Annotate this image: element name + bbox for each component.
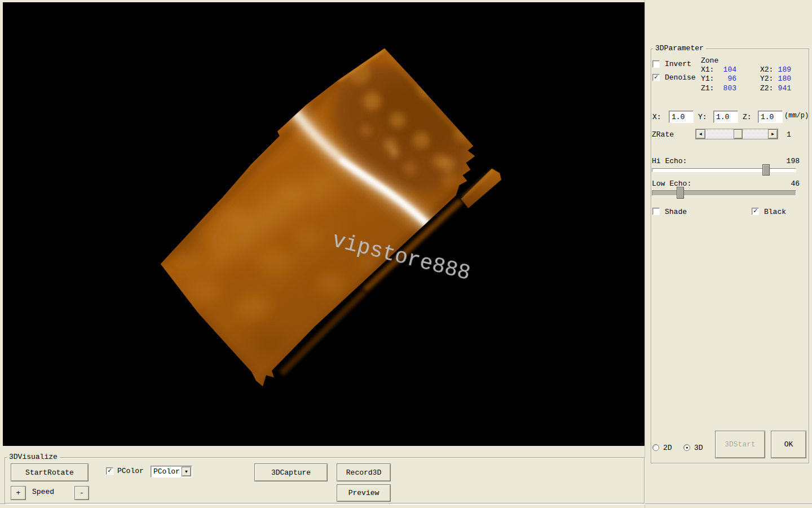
pcolor-check-glyph: ✓: [108, 468, 112, 474]
scroll-right-icon: ►: [771, 132, 774, 137]
speed-label: Speed: [32, 488, 54, 496]
mode-3d-radio[interactable]: ●: [683, 444, 690, 451]
mode-3d-radio-dot: ●: [686, 446, 688, 450]
denoise-check-glyph: ✓: [654, 75, 658, 80]
x-scale-value: 1.0: [672, 113, 685, 121]
record3d-button[interactable]: Record3D: [337, 463, 391, 481]
hi-echo-value: 198: [773, 157, 800, 165]
zone-title: Zone: [701, 56, 718, 65]
hi-echo-slider-track[interactable]: [652, 168, 796, 172]
zrate-scroll-right-button[interactable]: ►: [768, 129, 778, 139]
zrate-scrollbar[interactable]: ◄ ►: [695, 129, 778, 139]
start-rotate-button[interactable]: StartRotate: [11, 463, 89, 481]
visualize-group-title: 3DVisualize: [7, 453, 60, 461]
shade-label: Shade: [665, 208, 687, 216]
pcolor-checkbox[interactable]: ✓: [106, 467, 113, 475]
zone-y2-value: 180: [769, 75, 791, 83]
x-scale-label: X:: [652, 113, 661, 121]
zone-x1-value: 104: [714, 65, 736, 74]
capture3d-button[interactable]: 3DCapture: [254, 463, 328, 481]
speed-plus-button[interactable]: +: [11, 486, 26, 500]
zone-y1-label: Y1:: [701, 75, 714, 83]
zrate-label: ZRate: [652, 130, 674, 139]
low-echo-label: Low Echo:: [652, 179, 691, 188]
black-label: Black: [764, 208, 786, 216]
hi-echo-slider-thumb[interactable]: [762, 164, 770, 176]
low-echo-slider-thumb[interactable]: [677, 187, 684, 199]
zone-y1-value: 96: [714, 75, 736, 83]
zone-z1-value: 803: [714, 84, 736, 93]
scale-unit-label: (mm/p): [784, 112, 809, 120]
hi-echo-label: Hi Echo:: [652, 157, 687, 165]
zone-x2-value: 189: [769, 65, 791, 74]
ok-button[interactable]: OK: [771, 431, 806, 458]
y-scale-label: Y:: [698, 113, 707, 121]
low-echo-slider-track[interactable]: [652, 190, 796, 196]
pcolor-label: PColor: [117, 467, 144, 475]
denoise-label: Denoise: [665, 73, 696, 82]
zone-z1-label: Z1:: [701, 84, 714, 93]
black-checkbox[interactable]: ✓: [752, 208, 759, 215]
z-scale-value: 1.0: [761, 113, 774, 121]
app-window: { "theme": { "panel_bg": "#ece9d8", "vie…: [0, 0, 812, 508]
mode-2d-radio[interactable]: [652, 444, 659, 451]
render-viewport[interactable]: vipstore888: [3, 2, 645, 446]
panel-divider: [645, 0, 645, 508]
low-echo-value: 46: [773, 179, 800, 188]
zone-x1-label: X1:: [701, 65, 714, 74]
y-scale-value: 1.0: [716, 113, 729, 121]
denoise-checkbox[interactable]: ✓: [652, 74, 660, 81]
shade-checkbox[interactable]: [652, 208, 660, 215]
mode-3d-label: 3D: [694, 444, 703, 452]
y-scale-input[interactable]: 1.0: [713, 111, 738, 123]
scroll-left-icon: ◄: [699, 132, 702, 137]
dropdown-arrow-icon: ▼: [185, 469, 188, 474]
start3d-button[interactable]: 3DStart: [715, 431, 765, 458]
zrate-value: 1: [787, 130, 791, 139]
mode-2d-label: 2D: [663, 444, 672, 452]
ultrasound-volume-render: [3, 2, 645, 446]
probe-stick: [461, 169, 501, 209]
zrate-scroll-left-button[interactable]: ◄: [696, 129, 705, 139]
z-scale-input[interactable]: 1.0: [758, 111, 783, 123]
speed-minus-button[interactable]: -: [74, 486, 89, 500]
invert-label: Invert: [665, 60, 691, 68]
x-scale-input[interactable]: 1.0: [669, 111, 694, 123]
invert-checkbox[interactable]: [652, 60, 660, 68]
pcolor-dropdown-value: PColor: [151, 467, 182, 476]
black-check-glyph: ✓: [753, 208, 757, 214]
zrate-scroll-thumb[interactable]: [734, 129, 743, 139]
zone-z2-value: 941: [769, 84, 791, 93]
pcolor-dropdown[interactable]: PColor ▼: [151, 466, 192, 478]
parameter-group-title: 3DParameter: [653, 45, 706, 52]
window-bottom-edge: [0, 503, 812, 504]
preview-button[interactable]: Preview: [337, 484, 391, 502]
pcolor-dropdown-button[interactable]: ▼: [182, 467, 191, 476]
z-scale-label: Z:: [743, 113, 752, 121]
